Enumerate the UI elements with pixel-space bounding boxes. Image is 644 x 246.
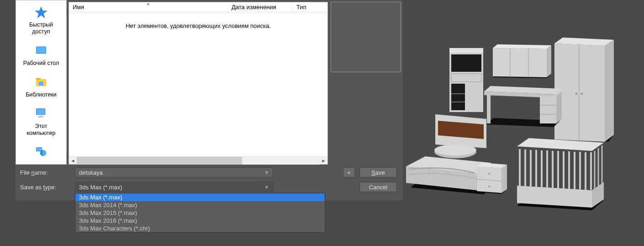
scroll-right-icon[interactable]: ► bbox=[320, 157, 327, 165]
scroll-thumb[interactable] bbox=[77, 157, 242, 165]
place-label: Быстрый доступ bbox=[29, 21, 53, 35]
dialog-buttons: + Save Cancel bbox=[343, 167, 397, 192]
svg-point-46 bbox=[434, 144, 476, 155]
chevron-down-icon[interactable]: ▼ bbox=[264, 170, 269, 175]
svg-rect-3 bbox=[36, 78, 41, 80]
column-label: Имя bbox=[73, 4, 84, 11]
file-list-body: Нет элементов, удовлетворяющих условиям … bbox=[69, 12, 327, 156]
libraries-icon bbox=[34, 75, 48, 90]
column-type[interactable]: Тип bbox=[293, 2, 327, 12]
star-icon bbox=[34, 5, 48, 20]
dropdown-item[interactable]: 3ds Max 2014 (*.max) bbox=[75, 201, 325, 209]
shelf-model bbox=[449, 48, 483, 112]
desk-model bbox=[484, 86, 562, 127]
svg-rect-20 bbox=[451, 74, 481, 82]
place-network[interactable] bbox=[16, 145, 66, 161]
file-list[interactable]: Имя ▲ Дата изменения Тип Нет элементов, … bbox=[69, 2, 328, 165]
save-dialog: Быстрый доступ Рабочий стол Библиотеки Э… bbox=[16, 0, 403, 200]
empty-message: Нет элементов, удовлетворяющих условиям … bbox=[69, 22, 327, 29]
dialog-bottom: File name: detskaya ▼ Save as type: 3ds … bbox=[16, 165, 403, 198]
svg-marker-26 bbox=[493, 48, 547, 77]
filename-label: File name: bbox=[20, 169, 75, 176]
place-this-pc[interactable]: Этот компьютер bbox=[16, 107, 66, 137]
svg-rect-5 bbox=[37, 109, 45, 115]
savetype-label: Save as type: bbox=[20, 184, 75, 191]
dropdown-item[interactable]: 3ds Max 2015 (*.max) bbox=[75, 209, 325, 217]
svg-rect-18 bbox=[449, 48, 483, 53]
place-label: Библиотеки bbox=[26, 91, 57, 98]
column-name[interactable]: Имя ▲ bbox=[69, 2, 228, 12]
file-list-header: Имя ▲ Дата изменения Тип bbox=[69, 2, 327, 12]
svg-rect-7 bbox=[38, 116, 43, 118]
savetype-value: 3ds Max (*.max) bbox=[79, 184, 122, 191]
network-icon bbox=[34, 145, 48, 160]
desktop-icon bbox=[34, 43, 48, 58]
svg-marker-12 bbox=[605, 40, 614, 142]
savetype-select[interactable]: 3ds Max (*.max) ▼ bbox=[75, 182, 273, 192]
svg-marker-0 bbox=[35, 6, 48, 18]
svg-rect-4 bbox=[39, 81, 44, 86]
places-bar: Быстрый доступ Рабочий стол Библиотеки Э… bbox=[16, 0, 67, 165]
plus-button[interactable]: + bbox=[343, 167, 355, 177]
savetype-row: Save as type: 3ds Max (*.max) ▼ bbox=[20, 182, 398, 192]
svg-rect-9 bbox=[37, 148, 42, 151]
place-libraries[interactable]: Библиотеки bbox=[16, 75, 66, 98]
column-date[interactable]: Дата изменения bbox=[228, 2, 293, 12]
wall-cabinet-model bbox=[493, 44, 551, 78]
svg-marker-38 bbox=[556, 91, 562, 123]
computer-icon bbox=[34, 107, 48, 121]
scroll-left-icon[interactable]: ◄ bbox=[69, 157, 77, 165]
svg-rect-19 bbox=[451, 54, 481, 72]
place-desktop[interactable]: Рабочий стол bbox=[16, 43, 66, 67]
crib-side-bars bbox=[595, 145, 602, 189]
dropdown-item[interactable]: 3ds Max Characters (*.chr) bbox=[75, 225, 325, 232]
dialog-top: Быстрый доступ Рабочий стол Библиотеки Э… bbox=[16, 0, 403, 165]
filename-value: detskaya bbox=[79, 169, 103, 176]
place-label: Этот компьютер bbox=[26, 123, 55, 137]
svg-point-53 bbox=[488, 186, 490, 187]
dropdown-item[interactable]: 3ds Max (*.max) bbox=[75, 193, 325, 201]
svg-rect-1 bbox=[37, 47, 46, 53]
svg-rect-34 bbox=[487, 95, 491, 123]
svg-marker-49 bbox=[501, 165, 507, 193]
svg-marker-11 bbox=[554, 43, 605, 142]
scroll-track[interactable] bbox=[77, 157, 320, 165]
svg-rect-35 bbox=[540, 96, 556, 123]
filename-input[interactable]: detskaya ▼ bbox=[75, 167, 273, 177]
savetype-dropdown[interactable]: 3ds Max (*.max) 3ds Max 2014 (*.max) 3ds… bbox=[75, 193, 325, 233]
filelist-wrap: Имя ▲ Дата изменения Тип Нет элементов, … bbox=[67, 0, 403, 165]
place-label: Рабочий стол bbox=[23, 60, 59, 67]
filename-row: File name: detskaya ▼ bbox=[20, 167, 398, 177]
wardrobe-model bbox=[554, 37, 614, 142]
svg-point-15 bbox=[575, 93, 578, 95]
svg-rect-6 bbox=[40, 115, 42, 117]
svg-point-52 bbox=[488, 173, 490, 175]
dropdown-item[interactable]: 3ds Max 2016 (*.max) bbox=[75, 217, 325, 225]
3d-viewport[interactable] bbox=[404, 0, 644, 246]
crib-bars bbox=[520, 149, 591, 190]
svg-marker-27 bbox=[547, 45, 551, 77]
preview-pane bbox=[331, 2, 401, 72]
svg-point-16 bbox=[581, 93, 583, 95]
cancel-button[interactable]: Cancel bbox=[359, 182, 397, 192]
save-button[interactable]: Save bbox=[359, 167, 397, 177]
nightstand-model bbox=[477, 163, 507, 194]
svg-rect-22 bbox=[451, 84, 465, 110]
place-quick-access[interactable]: Быстрый доступ bbox=[16, 5, 66, 35]
sort-asc-icon: ▲ bbox=[146, 2, 150, 6]
furniture-scene bbox=[404, 0, 644, 246]
horizontal-scrollbar[interactable]: ◄ ► bbox=[69, 156, 327, 164]
chevron-down-icon[interactable]: ▼ bbox=[264, 185, 269, 190]
crib-model bbox=[517, 138, 604, 210]
